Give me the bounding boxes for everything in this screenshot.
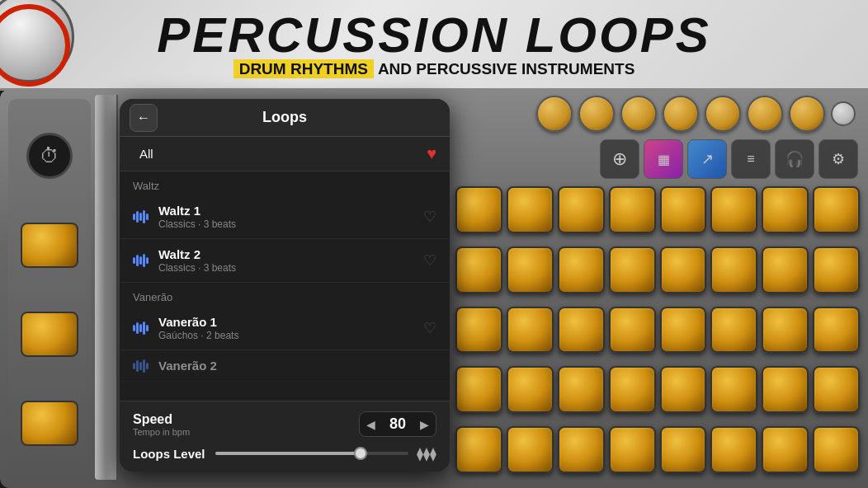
loop-item-waltz1[interactable]: Waltz 1 Classics · 3 beats ♡: [120, 195, 450, 239]
pad[interactable]: [455, 366, 502, 413]
toolbar: ⊕ ▦ ↗ ≡ 🎧 ⚙: [447, 136, 868, 182]
pad[interactable]: [609, 307, 656, 354]
grid-toolbar-btn[interactable]: ▦: [644, 139, 683, 179]
side-pad-1[interactable]: [21, 223, 78, 268]
pad[interactable]: [558, 246, 605, 293]
pad[interactable]: [609, 366, 656, 413]
loop-meta-vanerao1: Gaúchos · 2 beats: [158, 330, 423, 341]
pad[interactable]: [609, 426, 656, 473]
pad[interactable]: [762, 307, 809, 354]
pad[interactable]: [813, 426, 860, 473]
loops-level-slider[interactable]: [215, 445, 408, 462]
pad[interactable]: [762, 246, 809, 293]
metronome-icon[interactable]: ⏱: [26, 133, 73, 179]
side-pad-3[interactable]: [21, 401, 78, 446]
knob-3[interactable]: [620, 96, 657, 132]
waveform-icon-waltz2: [133, 254, 149, 267]
pad[interactable]: [507, 426, 554, 473]
pad[interactable]: [710, 186, 757, 233]
knob-1[interactable]: [536, 96, 573, 132]
favorite-vanerao1[interactable]: ♡: [423, 319, 436, 337]
waveform-icon-vanerao1: [133, 321, 149, 335]
pad[interactable]: [507, 307, 554, 354]
pad[interactable]: [455, 426, 502, 473]
pad[interactable]: [558, 307, 605, 354]
pad[interactable]: [507, 366, 554, 413]
loops-level-row: Loops Level ⧫⧫⧫: [133, 445, 436, 462]
equalizer-icon[interactable]: ⧫⧫⧫: [417, 446, 436, 462]
side-pad-2[interactable]: [21, 312, 78, 357]
back-button[interactable]: ←: [130, 104, 158, 132]
loops-level-label: Loops Level: [133, 447, 207, 461]
pad[interactable]: [813, 307, 860, 354]
loop-name-waltz1: Waltz 1: [158, 204, 423, 218]
eq-toolbar-btn[interactable]: ≡: [731, 139, 771, 179]
favorites-icon[interactable]: ♥: [427, 144, 436, 163]
list-fade: [120, 382, 450, 398]
loop-item-vanerao1[interactable]: Vanerão 1 Gaúchos · 2 beats ♡: [120, 307, 450, 350]
top-banner: PERCUSSION LOOPS DRUM RHYTHMSAND PERCUSS…: [0, 0, 868, 91]
pad[interactable]: [762, 186, 809, 233]
knobs-row: [447, 89, 868, 136]
pad[interactable]: [813, 366, 860, 413]
knob-7[interactable]: [789, 96, 825, 132]
settings-toolbar-btn[interactable]: ⚙: [818, 139, 858, 179]
loop-meta-waltz2: Classics · 3 beats: [158, 262, 423, 274]
loop-item-waltz2[interactable]: Waltz 2 Classics · 3 beats ♡: [120, 239, 450, 283]
pad[interactable]: [660, 186, 707, 233]
pad[interactable]: [762, 426, 809, 473]
loop-info-waltz1: Waltz 1 Classics · 3 beats: [158, 204, 423, 230]
tab-all[interactable]: All: [133, 143, 160, 164]
pad[interactable]: [507, 246, 554, 293]
knob-5[interactable]: [705, 96, 741, 132]
pad[interactable]: [455, 186, 502, 233]
pad[interactable]: [558, 186, 605, 233]
speed-label-group: Speed Tempo in bpm: [133, 412, 359, 437]
loop-info-waltz2: Waltz 2 Classics · 3 beats: [158, 247, 423, 274]
pad[interactable]: [813, 186, 860, 233]
headphones-toolbar-btn[interactable]: 🎧: [775, 139, 814, 179]
knob-6[interactable]: [747, 96, 783, 132]
pad[interactable]: [660, 307, 707, 354]
loop-info-vanerao2: Vanerão 2: [158, 359, 436, 373]
pad[interactable]: [710, 246, 757, 293]
section-vanerao-header: Vanerão: [120, 283, 450, 307]
loop-item-vanerao2[interactable]: Vanerão 2: [120, 350, 450, 382]
pad[interactable]: [660, 246, 707, 293]
knob-2[interactable]: [578, 96, 615, 132]
globe-toolbar-btn[interactable]: ⊕: [600, 139, 639, 179]
pad[interactable]: [762, 366, 809, 413]
loop-name-vanerao2: Vanerão 2: [158, 359, 436, 373]
mixer-toolbar-btn[interactable]: ↗: [687, 139, 727, 179]
pad[interactable]: [455, 246, 502, 293]
pad[interactable]: [455, 307, 502, 354]
pad[interactable]: [609, 186, 656, 233]
pad[interactable]: [813, 246, 860, 293]
pad[interactable]: [507, 186, 554, 233]
pad[interactable]: [710, 366, 757, 413]
pad[interactable]: [660, 366, 707, 413]
slider-thumb[interactable]: [354, 447, 367, 460]
speed-control: ◀ 80 ▶: [359, 411, 436, 437]
pad[interactable]: [660, 426, 707, 473]
favorite-waltz1[interactable]: ♡: [423, 208, 436, 226]
pad[interactable]: [609, 246, 656, 293]
loop-list: Waltz Waltz 1 Classics · 3 beats ♡: [120, 171, 450, 401]
pads-area: ⊕ ▦ ↗ ≡ 🎧 ⚙: [447, 89, 868, 488]
knob-8[interactable]: [831, 101, 856, 126]
favorite-waltz2[interactable]: ♡: [423, 251, 436, 270]
left-panel: ⏱: [8, 99, 91, 480]
pad[interactable]: [710, 307, 757, 354]
modal-title: Loops: [262, 109, 307, 126]
speed-increase-btn[interactable]: ▶: [420, 418, 429, 431]
speed-decrease-btn[interactable]: ◀: [366, 418, 375, 431]
pad-grid: [447, 182, 868, 488]
slider-fill: [215, 452, 361, 455]
pad[interactable]: [558, 366, 605, 413]
loop-name-vanerao1: Vanerão 1: [158, 315, 423, 329]
drum-image: [0, 0, 91, 91]
pad[interactable]: [558, 426, 605, 473]
pad[interactable]: [710, 426, 757, 473]
knob-4[interactable]: [663, 96, 699, 132]
speed-sublabel: Tempo in bpm: [133, 427, 359, 437]
